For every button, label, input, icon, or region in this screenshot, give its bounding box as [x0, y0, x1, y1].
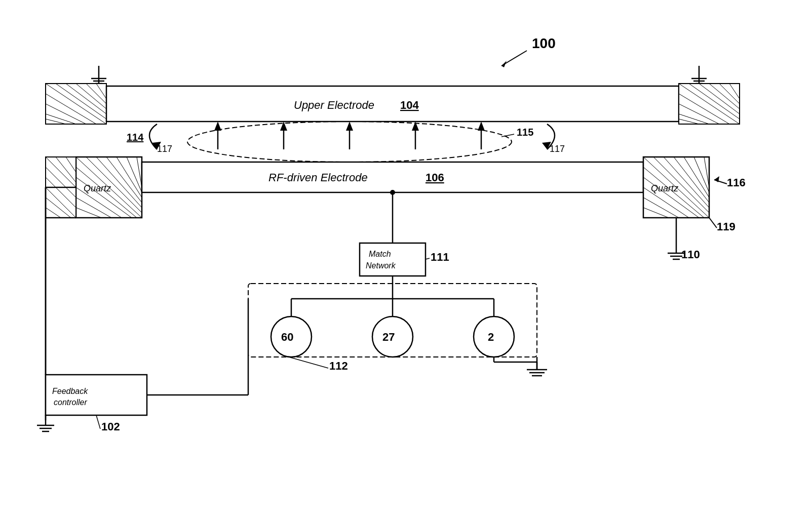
label-2: 2: [488, 331, 494, 343]
feedback-controller-label: Feedback: [52, 387, 88, 395]
upper-electrode-label: Upper Electrode: [294, 99, 374, 111]
svg-line-64: [709, 218, 717, 228]
label-114: 114: [127, 132, 144, 143]
rf-electrode-num: 106: [426, 171, 444, 184]
label-111: 111: [431, 251, 449, 263]
svg-text:Network: Network: [366, 261, 396, 270]
label-102: 102: [101, 420, 120, 433]
label-117-right: 117: [550, 144, 565, 154]
label-27: 27: [382, 331, 395, 343]
rf-electrode-label: RF-driven Electrode: [268, 171, 368, 184]
svg-rect-21: [106, 86, 679, 122]
svg-text:controller: controller: [54, 398, 87, 407]
svg-rect-48: [142, 162, 643, 192]
label-60: 60: [281, 331, 293, 343]
label-116: 116: [727, 176, 746, 189]
label-117-left: 117: [157, 144, 172, 154]
label-110: 110: [681, 248, 700, 261]
svg-line-102: [289, 357, 328, 368]
quartz-left-label: Quartz: [84, 183, 111, 193]
svg-marker-79: [346, 122, 353, 131]
svg-marker-1: [501, 61, 507, 67]
label-100: 100: [532, 35, 556, 51]
label-112: 112: [329, 360, 348, 372]
match-network-label: Match: [369, 250, 391, 258]
svg-rect-90: [360, 243, 426, 276]
svg-line-85: [501, 134, 514, 137]
quartz-right-label: Quartz: [651, 183, 679, 193]
svg-point-89: [390, 190, 395, 195]
label-115: 115: [517, 127, 533, 138]
diagram-container: 100 Upper Electrode 104: [0, 0, 812, 518]
upper-electrode-num: 104: [400, 99, 419, 111]
svg-line-113: [96, 415, 100, 429]
label-119: 119: [717, 220, 736, 233]
